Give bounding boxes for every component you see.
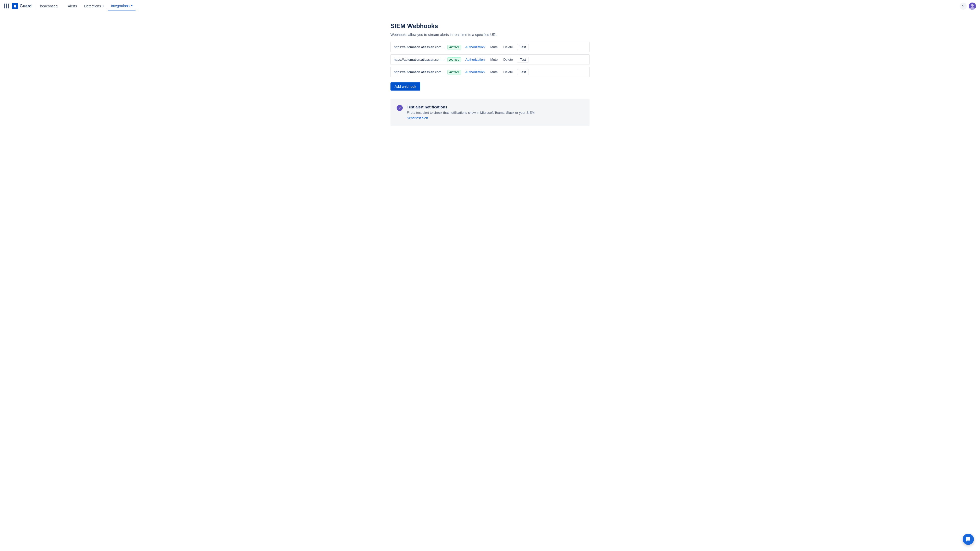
webhook-test-button-1[interactable]: Test [517, 57, 529, 62]
info-box-content: Test alert notifications Fire a test ale… [407, 105, 535, 120]
add-webhook-button[interactable]: Add webhook [390, 83, 420, 91]
detections-chevron-icon: ▾ [103, 5, 104, 7]
nav-alerts[interactable]: Alerts [65, 2, 80, 10]
nav-divider [36, 3, 36, 9]
info-box-description: Fire a test alert to check that notifica… [407, 111, 535, 114]
webhook-url-1: https://automation.atlassian.com/pro [394, 58, 445, 62]
nav-right: ? [959, 3, 976, 10]
svg-point-1 [971, 4, 974, 6]
webhook-status-badge-0: ACTIVE [447, 45, 461, 49]
nav-left: Guard beaconseq Alerts Detections ▾ Inte… [4, 2, 135, 11]
webhook-mute-button-0[interactable]: Mute [489, 44, 499, 50]
apps-grid-icon[interactable] [4, 3, 9, 8]
webhook-auth-button-2[interactable]: Authorization [464, 69, 486, 75]
webhook-url-2: https://automation.atlassian.com/pro [394, 70, 445, 74]
info-box-title: Test alert notifications [407, 105, 535, 109]
info-box-icon: ? [396, 105, 403, 111]
page-description: Webhooks allow you to stream alerts in r… [390, 33, 590, 37]
webhook-delete-button-2[interactable]: Delete [502, 69, 514, 75]
webhook-list: https://automation.atlassian.com/pro ACT… [390, 42, 590, 77]
workspace-label[interactable]: beaconseq [40, 4, 58, 8]
navbar: Guard beaconseq Alerts Detections ▾ Inte… [0, 0, 980, 12]
guard-logo-icon [12, 3, 18, 9]
webhook-row: https://automation.atlassian.com/pro ACT… [390, 54, 590, 65]
send-test-alert-link[interactable]: Send test alert [407, 116, 535, 120]
webhook-row: https://automation.atlassian.com/pro ACT… [390, 42, 590, 52]
app-name: Guard [20, 4, 32, 8]
nav-detections[interactable]: Detections ▾ [81, 2, 107, 10]
webhook-auth-button-0[interactable]: Authorization [464, 44, 486, 50]
webhook-mute-button-2[interactable]: Mute [489, 69, 499, 75]
webhook-status-badge-1: ACTIVE [447, 57, 461, 62]
webhook-status-badge-2: ACTIVE [447, 70, 461, 75]
webhook-row: https://automation.atlassian.com/pro ACT… [390, 67, 590, 77]
user-avatar[interactable] [969, 3, 976, 10]
webhook-delete-button-0[interactable]: Delete [502, 44, 514, 50]
main-content: SIEM Webhooks Webhooks allow you to stre… [375, 12, 605, 136]
app-logo[interactable]: Guard [12, 3, 32, 9]
nav-integrations[interactable]: Integrations ▾ [108, 2, 135, 11]
webhook-url-0: https://automation.atlassian.com/pro [394, 45, 445, 49]
webhook-test-button-2[interactable]: Test [517, 69, 529, 75]
webhook-delete-button-1[interactable]: Delete [502, 57, 514, 62]
webhook-mute-button-1[interactable]: Mute [489, 57, 499, 62]
webhook-auth-button-1[interactable]: Authorization [464, 57, 486, 62]
page-title: SIEM Webhooks [390, 22, 590, 30]
help-button[interactable]: ? [959, 3, 967, 10]
nav-links: Alerts Detections ▾ Integrations ▾ [65, 2, 135, 11]
info-box: ? Test alert notifications Fire a test a… [390, 99, 590, 126]
integrations-chevron-icon: ▾ [131, 4, 132, 7]
webhook-test-button-0[interactable]: Test [517, 44, 529, 50]
